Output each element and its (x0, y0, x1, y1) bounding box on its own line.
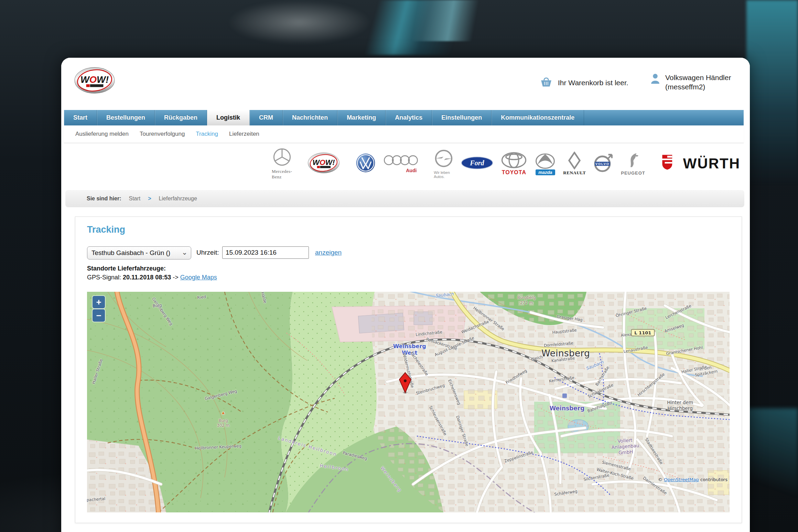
portal-window: WOW! Ihr Warenkorb ist leer. Volksw (61, 58, 750, 532)
breadcrumb: Sie sind hier: Start > Lieferfahrzeuge (65, 190, 744, 207)
screen: { "logo": { "text": "WOW!" }, "header": … (0, 0, 798, 532)
copyright-symbol: © (658, 477, 662, 482)
nav-tab-einstellungen[interactable]: Einstellungen (432, 110, 492, 125)
zoom-in-button[interactable]: + (93, 296, 105, 308)
brand-logo-wuerth: WÜRTH (660, 153, 740, 174)
brand-caption-audi: Audi (406, 168, 417, 173)
gps-arrow: -> (173, 274, 179, 281)
account-id: (messeffm2) (665, 83, 705, 91)
vehicle-location-marker[interactable] (399, 372, 412, 394)
brand-group: WÜRTH (653, 153, 748, 174)
sub-nav: Auslieferung meldenTourenverfolgungTrack… (64, 125, 744, 143)
nav-tab-logistik[interactable]: Logistik (207, 110, 250, 125)
brand-caption-mercedes-benz: Mercedes-Benz (272, 169, 292, 180)
vehicle-select[interactable]: Testhub Gaisbach - Grün () ⌄ (87, 246, 191, 259)
brand-logo-volkswagen (355, 153, 376, 175)
google-maps-link[interactable]: Google Maps (180, 274, 217, 281)
opel-icon (434, 148, 454, 170)
gps-timestamp: 20.11.2018 08:53 (123, 274, 171, 281)
volkswagen-icon (355, 153, 376, 175)
svg-text:Ford: Ford (470, 159, 485, 167)
brand-logo-volvo: VOLVO (593, 153, 614, 175)
brand-logo-strip: Mercedes-Benz WOW! AudiWir leben Autos.F… (264, 146, 736, 181)
nav-tab-crm[interactable]: CRM (250, 110, 283, 125)
brand-logo-mercedes-benz: Mercedes-Benz (272, 147, 292, 180)
map-zoom-controls: + − (93, 296, 106, 323)
attribution-suffix: contributors (700, 477, 727, 482)
brand-logo-renault: RENAULT (563, 152, 586, 176)
brand-caption-wuerth: WÜRTH (683, 155, 740, 172)
brand-logo-mazda: mazda (534, 152, 556, 175)
content-panel: Tracking Testhub Gaisbach - Grün () ⌄ Uh… (75, 217, 742, 523)
background-light-streak (306, 0, 533, 55)
subnav-item-tourenverfolgung[interactable]: Tourenverfolgung (140, 131, 185, 137)
svg-text:VOLVO: VOLVO (595, 162, 610, 166)
map-attribution: © OpenStreetMap contributors (658, 477, 727, 482)
time-label: Uhrzeit: (196, 249, 219, 256)
brand-logo-audi: Audi (383, 154, 419, 173)
nav-tab-analytics[interactable]: Analytics (386, 110, 432, 125)
mazda-icon (534, 152, 556, 171)
locations-heading: Standorte Lieferfahrzeuge: (87, 265, 166, 272)
show-link[interactable]: anzeigen (315, 249, 342, 256)
breadcrumb-item-current: Lieferfahrzeuge (159, 196, 197, 202)
account-name: Volkswagen Händler (665, 74, 731, 81)
peugeot-icon (627, 152, 639, 170)
breadcrumb-separator: > (148, 196, 151, 202)
main-nav: StartBestellungenRückgabenLogistikCRMNac… (64, 110, 744, 125)
brand-group: Wir leben Autos.FordTOYOTAmazdaRENAULTVO… (426, 148, 653, 179)
background-light-streak (746, 408, 798, 518)
zoom-out-button[interactable]: − (93, 309, 105, 322)
openstreetmap-link[interactable]: OpenStreetMap (664, 477, 699, 482)
toyota-icon (500, 152, 527, 170)
nav-tab-r-ckgaben[interactable]: Rückgaben (155, 110, 207, 125)
background-light-streak (365, 0, 537, 41)
cart-status[interactable]: Ihr Warenkorb ist leer. (540, 76, 628, 89)
brand-caption-peugeot: PEUGEOT (621, 170, 645, 176)
gps-signal-line: GPS-Signal: 20.11.2018 08:53 -> Google M… (87, 274, 217, 281)
brand-logo-wow: WOW! (307, 152, 340, 175)
tracking-form: Testhub Gaisbach - Grün () ⌄ Uhrzeit: an… (87, 246, 500, 260)
brand-caption-opel: Wir leben Autos. (434, 170, 454, 179)
time-input[interactable] (222, 246, 309, 259)
renault-icon (568, 152, 581, 171)
brand-caption-mazda: mazda (536, 169, 555, 175)
brand-group: WOW! (300, 152, 348, 175)
wuerth-icon (660, 153, 679, 174)
chevron-down-icon: ⌄ (182, 248, 187, 256)
nav-tab-marketing[interactable]: Marketing (337, 110, 386, 125)
nav-tab-bestellungen[interactable]: Bestellungen (97, 110, 155, 125)
subnav-item-auslieferung-melden[interactable]: Auslieferung melden (75, 131, 129, 137)
user-icon (650, 73, 660, 86)
brand-group: Audi (348, 153, 426, 175)
nav-tab-nachrichten[interactable]: Nachrichten (283, 110, 337, 125)
background-photo (227, 0, 371, 45)
background-light-streak (746, 0, 798, 186)
brand-logo-ford: Ford (461, 156, 494, 171)
subnav-item-lieferzeiten[interactable]: Lieferzeiten (229, 131, 259, 137)
svg-text:WOW!: WOW! (80, 74, 109, 85)
brand-caption-renault: RENAULT (563, 170, 586, 176)
top-bar: WOW! Ihr Warenkorb ist leer. Volksw (61, 58, 750, 110)
map[interactable]: Weinsberg WestWeinsbergWeinsberg▲Burg 30… (87, 292, 730, 512)
wow-icon: WOW! (307, 152, 340, 175)
volvo-icon: VOLVO (593, 153, 614, 175)
audi-icon (383, 154, 419, 168)
account-info[interactable]: Volkswagen Händler (messeffm2) (650, 73, 731, 91)
map-canvas (87, 292, 730, 512)
brand-caption-toyota: TOYOTA (502, 169, 526, 176)
nav-tab-kommunikationszentrale[interactable]: Kommunikationszentrale (492, 110, 584, 125)
subnav-item-tracking[interactable]: Tracking (196, 131, 218, 137)
svg-text:WOW!: WOW! (313, 158, 335, 167)
brand-logo-peugeot: PEUGEOT (621, 152, 645, 176)
gps-label: GPS-Signal: (87, 274, 121, 281)
brand-logo-opel: Wir leben Autos. (434, 148, 454, 179)
wow-logo[interactable]: WOW! (74, 65, 116, 96)
brand-group: Mercedes-Benz (264, 147, 300, 180)
basket-icon (540, 76, 552, 89)
nav-tab-start[interactable]: Start (64, 110, 97, 125)
brand-logo-toyota: TOYOTA (500, 152, 527, 176)
breadcrumb-item-start[interactable]: Start (129, 196, 140, 202)
mercedes-benz-icon (272, 147, 292, 168)
vehicle-select-value: Testhub Gaisbach - Grün () (91, 249, 170, 257)
